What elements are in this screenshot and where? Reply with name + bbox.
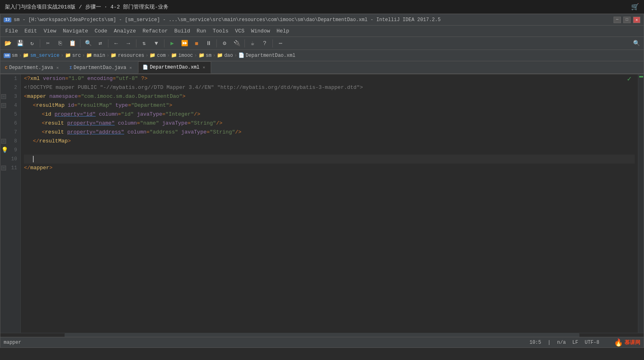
breadcrumb-sm2-label: sm: [206, 53, 212, 58]
gutter-line-4: − 4: [0, 101, 20, 110]
folder-icon-4: 📁: [110, 52, 117, 58]
status-utf8[interactable]: UTF-8: [585, 340, 599, 345]
breadcrumb-src-label: src: [72, 53, 81, 58]
xml-file-icon: 📄: [238, 52, 244, 58]
maximize-button[interactable]: □: [623, 17, 631, 23]
status-position[interactable]: 10:5: [529, 340, 541, 345]
toolbar: 📂 💾 ↻ ✂ ⎘ 📋 🔍 ⇄ ← → ⇅ ▼ ▶ ⏩ ◼ ⏸ ⚙ 🔌 ☕ ? …: [0, 37, 644, 50]
menu-tools[interactable]: Tools: [210, 27, 232, 35]
close-button[interactable]: ✕: [633, 17, 640, 23]
gutter-line-2: 2: [0, 83, 20, 92]
menu-file[interactable]: File: [2, 27, 21, 35]
menu-build[interactable]: Build: [171, 27, 193, 35]
tab-department-dao-xml[interactable]: 📄 DepartmentDao.xml ✕: [138, 61, 211, 73]
toolbar-cut-btn[interactable]: ✂: [42, 38, 54, 49]
toolbar-plugin-btn[interactable]: 🔌: [231, 38, 242, 49]
toolbar-search-btn[interactable]: 🔍: [631, 38, 642, 49]
toolbar-sep-5: [164, 39, 164, 47]
watermark-text: 慕课网: [625, 339, 640, 346]
gutter-line-5: 5: [0, 110, 20, 119]
menu-help[interactable]: Help: [273, 27, 292, 35]
breadcrumb-main[interactable]: 📁 main: [86, 52, 105, 58]
horizontal-scrollbar[interactable]: [0, 333, 644, 337]
breadcrumb-com[interactable]: 📁 com: [149, 52, 166, 58]
line-numbers-gutter: 1 2 − 3 − 4 5 6 7 − 8 💡 9 10 −: [0, 74, 21, 333]
cart-icon[interactable]: 🛒: [631, 3, 639, 11]
toolbar-debug-run-btn[interactable]: ⏩: [179, 38, 190, 49]
toolbar-save-btn[interactable]: 💾: [14, 38, 26, 49]
tab-close-dao-xml[interactable]: ✕: [201, 65, 207, 70]
folder-icon-8: 📁: [217, 52, 223, 58]
gutter-line-10: 10: [0, 155, 20, 164]
menu-edit[interactable]: Edit: [21, 27, 40, 35]
folder-icon-6: 📁: [171, 52, 177, 58]
toolbar-run-btn[interactable]: ▶: [166, 38, 178, 49]
breadcrumb-sm[interactable]: sm sm: [4, 53, 17, 58]
code-line-3: <mapper namespace="com.imooc.sm.dao.Depa…: [24, 92, 635, 101]
toolbar-pause-btn[interactable]: ⏸: [203, 38, 214, 49]
code-line-9: [24, 146, 635, 155]
tab-department-java[interactable]: C Department.java ✕: [0, 61, 65, 73]
tab-close-dept[interactable]: ✕: [55, 65, 61, 71]
fold-icon-8[interactable]: −: [1, 139, 6, 144]
menu-navigate[interactable]: Navigate: [60, 27, 91, 35]
breadcrumb-sm-service[interactable]: 📁 sm_service: [23, 52, 59, 58]
toolbar-help-btn[interactable]: ?: [259, 38, 270, 49]
fold-icon-3[interactable]: −: [1, 94, 6, 99]
gutter-line-11: − 11: [0, 164, 20, 172]
toolbar-open-btn[interactable]: 📂: [2, 38, 13, 49]
folder-icon-2: 📁: [65, 52, 71, 58]
code-line-1: <?xml version="1.0" encoding="utf-8" ?>: [24, 74, 635, 83]
code-line-5: <id property="id" column="id" javaType="…: [24, 110, 635, 119]
window-controls[interactable]: ─ □ ✕: [614, 17, 640, 23]
breadcrumb-resources-label: resources: [118, 53, 144, 58]
breadcrumb-file[interactable]: 📄 DepartmentDao.xml: [238, 52, 295, 58]
toolbar-sdk-btn[interactable]: ☕: [247, 38, 258, 49]
breadcrumb-main-label: main: [93, 53, 105, 58]
menu-run[interactable]: Run: [193, 27, 209, 35]
menu-vcs[interactable]: VCS: [232, 27, 248, 35]
toolbar-fwd-btn[interactable]: →: [123, 38, 134, 49]
breadcrumb-sep-4: ›: [106, 53, 109, 58]
video-icons: 🛒: [631, 3, 639, 11]
breadcrumb-sm2[interactable]: 📁 sm: [199, 52, 212, 58]
status-lf[interactable]: LF: [573, 340, 578, 345]
toolbar-sync-btn[interactable]: ↻: [26, 38, 38, 49]
fold-icon-11[interactable]: −: [1, 166, 6, 170]
toolbar-struct-btn[interactable]: ⇅: [138, 38, 150, 49]
text-cursor: [33, 156, 34, 162]
menu-window[interactable]: Window: [248, 27, 273, 35]
code-line-8: </resultMap>: [24, 137, 635, 146]
toolbar-find-btn[interactable]: 🔍: [82, 38, 94, 49]
menu-bar: File Edit View Navigate Code Analyze Ref…: [0, 26, 644, 37]
breadcrumb-dao[interactable]: 📁 dao: [217, 52, 233, 58]
code-line-7: <result property="address" column="addre…: [24, 128, 635, 137]
toolbar-settings-btn[interactable]: ⚙: [219, 38, 230, 49]
toolbar-sep-2: [80, 39, 80, 47]
toolbar-extras-btn[interactable]: ⋯: [275, 38, 286, 49]
toolbar-replace-btn[interactable]: ⇄: [95, 38, 106, 49]
fold-icon-4[interactable]: −: [1, 103, 6, 108]
breadcrumb-sep-5: ›: [145, 53, 148, 58]
breadcrumb-imooc[interactable]: 📁 imooc: [171, 52, 193, 58]
breadcrumb-src[interactable]: 📁 src: [65, 52, 81, 58]
toolbar-stop-btn[interactable]: ◼: [191, 38, 202, 49]
toolbar-back-btn[interactable]: ←: [110, 38, 122, 49]
toolbar-copy-btn[interactable]: ⎘: [54, 38, 66, 49]
code-editor[interactable]: ✓ <?xml version="1.0" encoding="utf-8" ?…: [21, 74, 638, 333]
bulb-icon-9[interactable]: 💡: [1, 146, 8, 155]
code-line-2: <!DOCTYPE mapper PUBLIC "-//mybatis.org/…: [24, 83, 635, 92]
menu-refactor[interactable]: Refactor: [139, 27, 171, 35]
menu-code[interactable]: Code: [91, 27, 110, 35]
tab-close-dao-j[interactable]: ✕: [128, 65, 134, 71]
menu-view[interactable]: View: [40, 27, 59, 35]
toolbar-sep-1: [40, 39, 40, 47]
toolbar-paste-btn[interactable]: 📋: [67, 38, 78, 49]
breadcrumb-resources[interactable]: 📁 resources: [110, 52, 144, 58]
menu-analyze[interactable]: Analyze: [110, 27, 139, 35]
window-title: sm - [H:\workspace\IdeaProjects\sm] - [s…: [14, 17, 441, 23]
tab-label-dao-xml: DepartmentDao.xml: [150, 65, 199, 70]
tab-department-dao-java[interactable]: I DepartmentDao.java ✕: [65, 61, 138, 73]
toolbar-dropdown-btn[interactable]: ▼: [151, 38, 162, 49]
minimize-button[interactable]: ─: [614, 17, 621, 23]
